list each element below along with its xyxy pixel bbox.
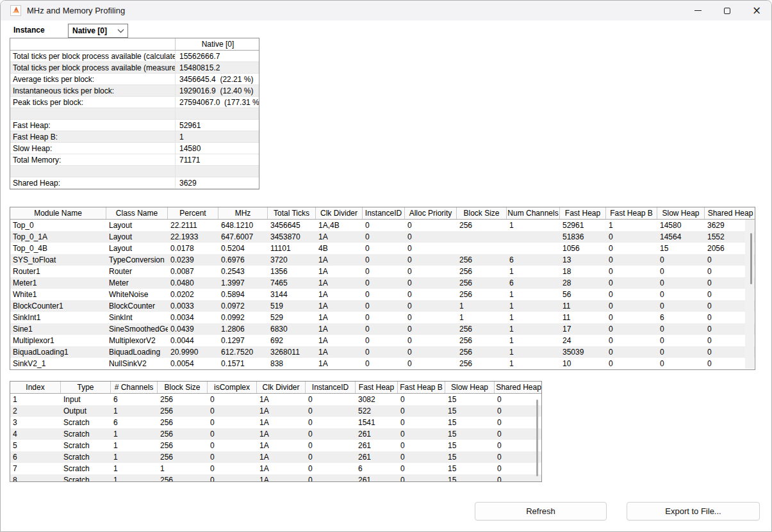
column-header-slow-heap[interactable]: Slow Heap: [445, 382, 495, 393]
table-row[interactable]: Total ticks per block process available …: [10, 51, 259, 62]
cell: 1A: [257, 394, 306, 405]
column-header-block-size[interactable]: Block Size: [457, 207, 507, 219]
table-row[interactable]: Average ticks per block:3456645.4 (22.21…: [10, 74, 259, 85]
cell: Input: [61, 394, 111, 405]
cell: 22.1933: [168, 231, 218, 243]
table-row[interactable]: BlockCounter1BlockCounter0.00330.0972519…: [10, 300, 755, 312]
column-header-clk-divider[interactable]: Clk Divider: [316, 207, 363, 219]
cell: 0: [405, 231, 457, 243]
close-button[interactable]: ×: [742, 1, 771, 20]
instance-dropdown[interactable]: Native [0]: [68, 24, 128, 38]
cell: 1: [507, 358, 560, 369]
column-header-shared-heap[interactable]: Shared Heap: [495, 382, 542, 393]
column-header-num-channels[interactable]: Num Channels: [507, 207, 560, 219]
cell: 6: [111, 394, 158, 405]
cell: 256: [457, 254, 507, 266]
table-row[interactable]: 1Input625601A030820150: [10, 394, 541, 405]
column-header-percent[interactable]: Percent: [168, 207, 218, 219]
table-row[interactable]: 6Scratch125601A02610150: [10, 451, 541, 463]
column-header-fast-heap[interactable]: Fast Heap: [560, 207, 606, 219]
scrollbar-thumb[interactable]: [750, 233, 752, 284]
table-row[interactable]: Slow Heap:14580: [10, 143, 259, 154]
cell: 0: [606, 323, 657, 335]
cell: Sine1: [10, 323, 106, 335]
table-row[interactable]: 8Scratch125601A02610150: [10, 474, 541, 482]
table-row[interactable]: SinkV2_1NullSinkV20.00540.15718381A00256…: [10, 358, 755, 369]
column-header-block-size[interactable]: Block Size: [158, 382, 208, 393]
cell: 0.1297: [218, 335, 268, 346]
table-row[interactable]: SinkInt1SinkInt0.00340.09925291A00111106…: [10, 312, 755, 323]
table-row[interactable]: 7Scratch1101A060150: [10, 463, 541, 474]
column-header-class-name[interactable]: Class Name: [106, 207, 168, 219]
column-header-instanceid[interactable]: InstanceID: [363, 207, 405, 219]
table-row[interactable]: 5Scratch125601A02610150: [10, 440, 541, 451]
buffer-table-scrollbar-thumb[interactable]: [536, 399, 538, 476]
column-header-iscomplex[interactable]: isComplex: [208, 382, 257, 393]
column-header-type[interactable]: Type: [61, 382, 111, 393]
column-header-index[interactable]: Index: [10, 382, 61, 393]
table-row[interactable]: Shared Heap:3629: [10, 177, 259, 189]
table-row[interactable]: Fast Heap B:1: [10, 131, 259, 143]
cell: 6: [10, 451, 61, 463]
table-row[interactable]: Fast Heap:52961: [10, 120, 259, 131]
summary-corner-cell: [10, 38, 176, 50]
table-row[interactable]: [10, 166, 259, 177]
table-row[interactable]: Top_0_4BLayout0.01780.5204111014B0010560…: [10, 243, 755, 254]
cell: 1: [457, 312, 507, 323]
table-row[interactable]: White1WhiteNoise0.02020.589431441A002561…: [10, 289, 755, 300]
cell: 0: [398, 463, 445, 474]
instance-label: Instance: [13, 24, 45, 37]
table-row[interactable]: [10, 108, 259, 120]
cell: 256: [457, 220, 507, 231]
table-row[interactable]: Top_0_1ALayout22.1933647.600734538701A00…: [10, 231, 755, 243]
table-row[interactable]: 3Scratch625601A015410150: [10, 417, 541, 428]
column-header--channels[interactable]: # Channels: [111, 382, 158, 393]
summary-value-cell: 52961: [176, 120, 259, 131]
summary-label-cell: Peak ticks per block:: [10, 97, 176, 108]
cell: 0: [405, 346, 457, 358]
cell: 1: [507, 266, 560, 277]
table-row[interactable]: BiquadLoading1BiquadLoading20.9990612.75…: [10, 346, 755, 358]
table-row[interactable]: SYS_toFloatTypeConversion0.02390.6976372…: [10, 254, 755, 266]
column-header-clk-divider[interactable]: Clk Divider: [257, 382, 306, 393]
column-header-total-ticks[interactable]: Total Ticks: [268, 207, 316, 219]
table-row[interactable]: 4Scratch125601A02610150: [10, 428, 541, 440]
cell: 0: [657, 300, 705, 312]
table-row[interactable]: Sine1SineSmoothedGen0.04391.280668301A00…: [10, 323, 755, 335]
cell: 648.1210: [218, 220, 268, 231]
cell: 6: [657, 312, 705, 323]
column-header-fast-heap-b[interactable]: Fast Heap B: [398, 382, 445, 393]
column-header-fast-heap[interactable]: Fast Heap: [356, 382, 398, 393]
table-row[interactable]: Total ticks per block process available …: [10, 62, 259, 74]
title-bar: MHz and Memory Profiling ×: [1, 1, 771, 20]
export-to-file-button[interactable]: Export to File...: [627, 502, 760, 520]
column-header-fast-heap-b[interactable]: Fast Heap B: [606, 207, 657, 219]
column-header-shared-heap[interactable]: Shared Heap: [705, 207, 755, 219]
cell: 0: [306, 428, 356, 440]
column-header-alloc-priority[interactable]: Alloc Priority: [405, 207, 457, 219]
module-table-scrollbar[interactable]: [745, 220, 754, 369]
refresh-button[interactable]: Refresh: [475, 502, 607, 520]
table-row[interactable]: Instantaneous ticks per block:1929016.9 …: [10, 85, 259, 97]
summary-value-cell: 15480815.2: [176, 62, 259, 74]
table-row[interactable]: Peak ticks per block:27594067.0 (177.31 …: [10, 97, 259, 108]
table-row[interactable]: Multiplexor1MultiplexorV20.00440.1297692…: [10, 335, 755, 346]
cell: 0: [657, 266, 705, 277]
summary-label-cell: Total ticks per block process available …: [10, 62, 176, 74]
column-header-instanceid[interactable]: InstanceID: [306, 382, 356, 393]
maximize-button[interactable]: [712, 1, 742, 20]
table-row[interactable]: 2Output125601A05220150: [10, 405, 541, 417]
table-row[interactable]: Total Memory:71171: [10, 154, 259, 166]
table-row[interactable]: Router1Router0.00870.254313561A002561180…: [10, 266, 755, 277]
table-row[interactable]: Top_0Layout22.2111648.121034566451A,4B00…: [10, 220, 755, 231]
column-header-mhz[interactable]: MHz: [218, 207, 268, 219]
minimize-button[interactable]: [683, 1, 712, 20]
cell: 0: [495, 417, 542, 428]
summary-value-cell: 3629: [176, 177, 259, 189]
column-header-slow-heap[interactable]: Slow Heap: [657, 207, 705, 219]
column-header-module-name[interactable]: Module Name: [10, 207, 106, 219]
table-row[interactable]: Meter1Meter0.04801.399774651A00256628000: [10, 277, 755, 289]
cell: 1: [10, 394, 61, 405]
cell: 0: [363, 346, 405, 358]
cell: BlockCounter1: [10, 300, 106, 312]
